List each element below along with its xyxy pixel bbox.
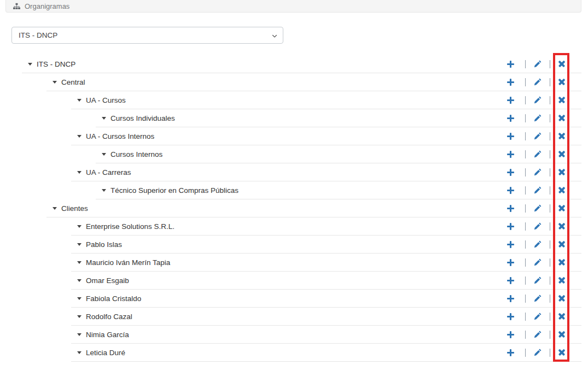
row-actions xyxy=(507,168,581,176)
tree-node-label: Leticia Duré xyxy=(86,349,125,357)
x-icon[interactable] xyxy=(558,115,565,121)
plus-icon[interactable] xyxy=(507,61,514,68)
tree-node-label: UA - Cursos xyxy=(86,96,126,104)
pencil-icon[interactable] xyxy=(534,240,542,248)
pencil-icon[interactable] xyxy=(534,150,542,158)
action-separator xyxy=(525,295,526,303)
org-tree: ITS - DNCP Central xyxy=(0,55,581,362)
caret-down-icon[interactable] xyxy=(102,153,106,156)
plus-icon[interactable] xyxy=(507,205,514,212)
tree-row: UA - Carreras xyxy=(71,163,581,181)
x-icon[interactable] xyxy=(558,79,565,85)
x-icon[interactable] xyxy=(558,61,565,67)
plus-icon[interactable] xyxy=(507,97,514,104)
plus-icon[interactable] xyxy=(507,241,514,248)
caret-down-icon[interactable] xyxy=(77,171,81,174)
plus-icon[interactable] xyxy=(507,169,514,176)
caret-down-icon[interactable] xyxy=(77,333,81,336)
plus-icon[interactable] xyxy=(507,223,514,230)
action-separator xyxy=(550,295,550,303)
caret-down-icon[interactable] xyxy=(77,225,81,228)
x-icon[interactable] xyxy=(558,205,565,211)
pencil-icon[interactable] xyxy=(534,349,542,356)
x-icon[interactable] xyxy=(558,259,565,266)
caret-down-icon[interactable] xyxy=(53,207,57,210)
plus-icon[interactable] xyxy=(507,133,514,140)
pencil-icon[interactable] xyxy=(534,78,542,86)
pencil-icon[interactable] xyxy=(534,276,542,284)
panel-header: Organigramas xyxy=(5,0,581,13)
plus-icon[interactable] xyxy=(507,295,514,302)
x-icon[interactable] xyxy=(558,241,565,248)
plus-icon[interactable] xyxy=(507,277,514,284)
action-separator xyxy=(550,276,550,285)
caret-down-icon[interactable] xyxy=(102,117,106,120)
x-icon[interactable] xyxy=(558,169,565,175)
action-separator xyxy=(525,60,526,68)
caret-down-icon[interactable] xyxy=(77,297,81,300)
action-separator xyxy=(525,331,526,339)
row-actions xyxy=(507,114,581,122)
plus-icon[interactable] xyxy=(507,79,514,86)
pencil-icon[interactable] xyxy=(534,204,542,212)
plus-icon[interactable] xyxy=(507,115,514,122)
caret-down-icon[interactable] xyxy=(77,261,81,264)
plus-icon[interactable] xyxy=(507,313,514,320)
action-separator xyxy=(550,150,550,158)
x-icon[interactable] xyxy=(558,349,565,356)
x-icon[interactable] xyxy=(558,331,565,338)
caret-down-icon[interactable] xyxy=(77,315,81,318)
pencil-icon[interactable] xyxy=(534,60,542,68)
org-chart-select[interactable]: ITS - DNCP xyxy=(11,27,283,44)
pencil-icon[interactable] xyxy=(534,258,542,266)
x-icon[interactable] xyxy=(558,313,565,320)
x-icon[interactable] xyxy=(558,277,565,284)
sitemap-icon xyxy=(13,3,20,10)
pencil-icon[interactable] xyxy=(534,295,542,302)
action-separator xyxy=(550,168,550,176)
caret-down-icon[interactable] xyxy=(77,351,81,354)
caret-down-icon[interactable] xyxy=(53,81,57,84)
action-separator xyxy=(525,276,526,285)
pencil-icon[interactable] xyxy=(534,186,542,194)
action-separator xyxy=(550,331,550,339)
plus-icon[interactable] xyxy=(507,151,514,158)
caret-down-icon[interactable] xyxy=(77,135,81,138)
caret-down-icon[interactable] xyxy=(28,63,32,66)
pencil-icon[interactable] xyxy=(534,168,542,176)
plus-icon[interactable] xyxy=(507,187,514,194)
pencil-icon[interactable] xyxy=(534,114,542,122)
caret-down-icon[interactable] xyxy=(77,279,81,282)
tree-row: Técnico Superior en Compras Públicas xyxy=(96,181,581,199)
x-icon[interactable] xyxy=(558,133,565,139)
action-separator xyxy=(525,240,526,249)
action-separator xyxy=(550,114,550,122)
action-separator xyxy=(525,186,526,195)
row-actions xyxy=(507,240,581,249)
action-separator xyxy=(525,204,526,213)
caret-down-icon[interactable] xyxy=(77,243,81,246)
tree-node-label: Enterprise Solutions S.R.L. xyxy=(86,222,174,231)
pencil-icon[interactable] xyxy=(534,96,542,104)
action-separator xyxy=(550,60,550,68)
row-actions xyxy=(507,60,581,68)
x-icon[interactable] xyxy=(558,295,565,302)
caret-down-icon[interactable] xyxy=(102,189,106,192)
tree-row: Pablo Islas xyxy=(71,236,581,254)
x-icon[interactable] xyxy=(558,151,565,157)
pencil-icon[interactable] xyxy=(534,313,542,320)
pencil-icon[interactable] xyxy=(534,222,542,230)
x-icon[interactable] xyxy=(558,187,565,193)
plus-icon[interactable] xyxy=(507,349,514,356)
tree-node-label: Clientes xyxy=(61,204,88,213)
row-actions xyxy=(507,313,581,321)
pencil-icon[interactable] xyxy=(534,132,542,140)
pencil-icon[interactable] xyxy=(534,331,542,338)
x-icon[interactable] xyxy=(558,223,565,229)
tree-row: Leticia Duré xyxy=(71,344,581,362)
caret-down-icon[interactable] xyxy=(77,99,81,102)
x-icon[interactable] xyxy=(558,97,565,103)
plus-icon[interactable] xyxy=(507,331,514,338)
plus-icon[interactable] xyxy=(507,259,514,266)
tree-row: Fabiola Cristaldo xyxy=(71,290,581,308)
